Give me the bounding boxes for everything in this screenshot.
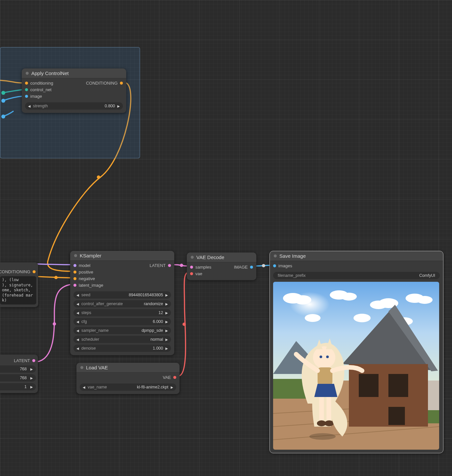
output-latent[interactable]: LATENT <box>150 263 171 268</box>
increment-icon[interactable]: ▶ <box>29 385 34 389</box>
svg-rect-30 <box>388 374 408 397</box>
increment-icon[interactable]: ▶ <box>164 338 169 341</box>
svg-point-34 <box>313 346 335 369</box>
output-conditioning[interactable]: CONDITIONING <box>0 268 38 275</box>
node-ksampler[interactable]: KSampler model LATENT positive negative … <box>70 251 174 355</box>
svg-point-0 <box>97 175 100 179</box>
svg-point-15 <box>417 296 433 304</box>
svg-point-9 <box>294 295 311 304</box>
increment-icon[interactable]: ▶ <box>164 347 169 350</box>
input-images[interactable]: images <box>273 263 292 268</box>
node-vae-decode[interactable]: VAE Decode samples IMAGE vae <box>187 252 256 280</box>
svg-rect-32 <box>428 381 439 410</box>
widget-steps[interactable]: ◀steps12▶ <box>73 309 171 316</box>
edge-port-controlnet[interactable] <box>1 91 5 95</box>
node-title[interactable]: Apply ControlNet <box>22 68 126 78</box>
widget-value[interactable]: 768▶ <box>0 365 36 373</box>
input-control-net[interactable]: control_net <box>25 87 51 92</box>
input-conditioning[interactable]: conditioning <box>25 81 53 86</box>
output-image[interactable]: IMAGE <box>234 265 253 270</box>
increment-icon[interactable]: ▶ <box>29 376 34 380</box>
title-text: KSampler <box>80 253 101 258</box>
decrement-icon[interactable]: ◀ <box>75 320 80 324</box>
decrement-icon[interactable]: ◀ <box>75 338 80 341</box>
decrement-icon[interactable]: ◀ <box>75 329 80 332</box>
node-empty-latent-partial[interactable]: LATENT 768▶768▶1▶ <box>0 355 38 393</box>
decrement-icon[interactable]: ◀ <box>27 104 32 108</box>
negative-prompt-text[interactable]: ), (low), signature,ome, sketch,(forehea… <box>0 276 36 304</box>
widget-value[interactable]: 768▶ <box>0 374 36 382</box>
increment-icon[interactable]: ▶ <box>116 104 121 108</box>
title-text: Save Image <box>279 253 306 259</box>
svg-point-11 <box>341 293 357 301</box>
svg-point-43 <box>326 356 329 358</box>
svg-point-17 <box>353 314 371 322</box>
increment-icon[interactable]: ▶ <box>164 320 169 324</box>
increment-icon[interactable]: ▶ <box>170 385 174 389</box>
input-samples[interactable]: samples <box>190 265 211 270</box>
node-save-image[interactable]: Save Image images filename_prefix ComfyU… <box>270 251 443 453</box>
output-latent[interactable]: LATENT <box>0 357 38 364</box>
node-title[interactable]: Load VAE <box>76 363 180 373</box>
node-negative-prompt-partial[interactable]: CONDITIONING ), (low), signature,ome, sk… <box>0 262 38 307</box>
input-latent-image[interactable]: latent_image <box>73 283 103 288</box>
collapse-icon[interactable] <box>191 256 194 259</box>
svg-point-16 <box>305 314 321 322</box>
output-vae[interactable]: VAE <box>163 375 176 380</box>
svg-point-42 <box>320 356 322 358</box>
svg-point-33 <box>309 433 336 440</box>
node-title[interactable]: VAE Decode <box>187 252 256 262</box>
decrement-icon[interactable]: ◀ <box>75 302 80 306</box>
increment-icon[interactable]: ▶ <box>29 367 34 371</box>
svg-point-4 <box>183 323 186 326</box>
widget-filename-prefix[interactable]: filename_prefix ComfyUI <box>273 272 440 279</box>
svg-rect-29 <box>359 374 379 397</box>
input-positive[interactable]: positive <box>73 270 93 275</box>
collapse-icon[interactable] <box>274 254 277 257</box>
input-image[interactable]: image <box>25 94 42 99</box>
svg-point-5 <box>262 264 265 267</box>
svg-point-2 <box>53 322 56 326</box>
node-canvas[interactable]: Apply ControlNet conditioning CONDITIONI… <box>0 0 452 476</box>
node-apply-controlnet[interactable]: Apply ControlNet conditioning CONDITIONI… <box>22 68 126 113</box>
decrement-icon[interactable]: ◀ <box>75 293 80 297</box>
edge-port-image-2[interactable] <box>1 115 5 119</box>
input-model[interactable]: model <box>73 263 90 268</box>
svg-rect-31 <box>388 407 405 425</box>
output-preview-image[interactable] <box>273 282 439 450</box>
widget-sampler-name[interactable]: ◀sampler_namedpmpp_sde▶ <box>73 327 171 334</box>
increment-icon[interactable]: ▶ <box>164 302 169 306</box>
widget-cfg[interactable]: ◀cfg6.000▶ <box>73 318 171 325</box>
title-text: Load VAE <box>86 365 108 370</box>
widget-seed[interactable]: ◀seed894480165483805▶ <box>73 291 171 299</box>
widget-strength[interactable]: ◀ strength 0.800 ▶ <box>25 102 123 110</box>
widget-vae-name[interactable]: ◀ vae_name kl-f8-anime2.ckpt ▶ <box>80 383 176 391</box>
svg-point-39 <box>325 420 334 426</box>
widget-control-after-generate[interactable]: ◀control_after_generaterandomize▶ <box>73 300 171 307</box>
title-text: Apply ControlNet <box>31 70 69 76</box>
decrement-icon[interactable]: ◀ <box>75 311 80 315</box>
increment-icon[interactable]: ▶ <box>164 311 169 315</box>
svg-point-1 <box>54 276 58 279</box>
node-title[interactable]: Save Image <box>270 251 443 261</box>
decrement-icon[interactable]: ◀ <box>82 385 86 389</box>
widget-scheduler[interactable]: ◀schedulernormal▶ <box>73 336 171 343</box>
node-load-vae[interactable]: Load VAE VAE ◀ vae_name kl-f8-anime2.ckp… <box>76 363 180 394</box>
increment-icon[interactable]: ▶ <box>164 293 169 297</box>
title-text: VAE Decode <box>196 254 224 260</box>
output-conditioning[interactable]: CONDITIONING <box>86 81 123 86</box>
collapse-icon[interactable] <box>74 254 77 257</box>
input-negative[interactable]: negative <box>73 276 95 281</box>
input-vae[interactable]: vae <box>190 271 202 276</box>
widget-denoise[interactable]: ◀denoise1.000▶ <box>73 345 171 352</box>
svg-rect-37 <box>326 397 331 420</box>
svg-point-3 <box>180 264 183 267</box>
svg-rect-36 <box>319 397 324 420</box>
edge-port-image-1[interactable] <box>1 99 5 103</box>
decrement-icon[interactable]: ◀ <box>75 347 80 350</box>
widget-value[interactable]: 1▶ <box>0 383 36 390</box>
collapse-icon[interactable] <box>26 72 29 75</box>
node-title[interactable]: KSampler <box>70 251 174 261</box>
increment-icon[interactable]: ▶ <box>164 329 169 332</box>
collapse-icon[interactable] <box>80 366 83 369</box>
